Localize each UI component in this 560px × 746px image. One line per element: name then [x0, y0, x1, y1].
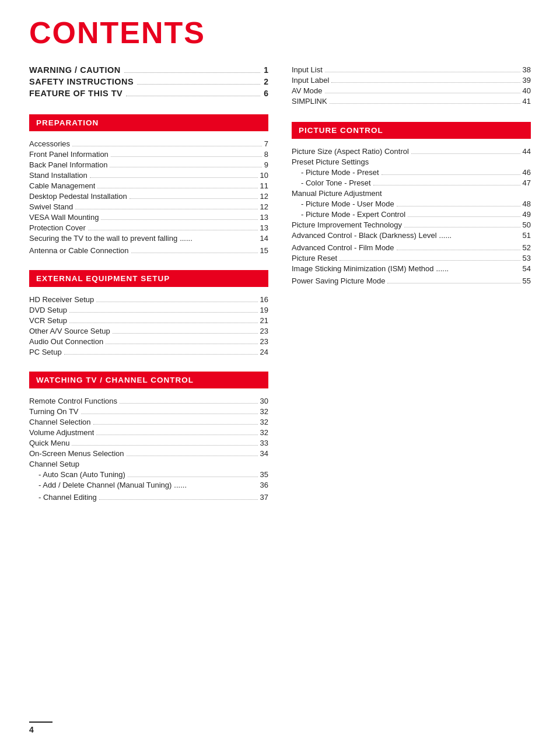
toc-item: Volume Adjustment32	[29, 428, 268, 437]
toc-item: Protection Cover13	[29, 223, 268, 232]
toc-dots	[72, 445, 257, 446]
toc-item: Back Panel Information9	[29, 160, 268, 169]
toc-dots	[88, 230, 258, 230]
toc-page: 32	[260, 407, 268, 416]
toc-label: Other A/V Source Setup	[29, 327, 110, 335]
toc-label: HD Receiver Setup	[29, 295, 94, 304]
toc-item: Advanced Control - Film Mode52	[292, 243, 531, 252]
toc-label: Accessories	[29, 139, 70, 148]
toc-item: Remote Control Functions30	[29, 397, 268, 405]
toc-page: 44	[523, 147, 531, 156]
toc-item: Manual Picture Adjustment	[292, 189, 531, 198]
toc-page: 7	[264, 139, 268, 148]
toc-dots	[325, 72, 520, 72]
toc-label: PC Setup	[29, 348, 62, 356]
section-header: PREPARATION	[29, 114, 268, 131]
toc-page: 53	[523, 254, 531, 262]
page-container: CONTENTS WARNING / CAUTION1SAFETY INSTRU…	[0, 0, 560, 552]
toc-dots	[99, 499, 258, 500]
toc-page: 33	[260, 439, 268, 447]
toc-dots	[72, 146, 262, 146]
intro-dots	[124, 72, 260, 73]
toc-item: Stand Installation10	[29, 171, 268, 180]
section-block: PREPARATIONAccessories7Front Panel Infor…	[29, 114, 268, 255]
section-header: WATCHING TV / CHANNEL CONTROL	[29, 372, 268, 388]
toc-dots	[110, 167, 261, 167]
toc-dots	[75, 209, 257, 209]
toc-label: Picture Improvement Technology	[292, 220, 402, 229]
toc-label: - Channel Editing	[29, 493, 97, 502]
toc-page: 35	[260, 470, 268, 479]
toc-item: Desktop Pedestal Installation12	[29, 192, 268, 201]
toc-label: VESA Wall Mounting	[29, 213, 99, 222]
toc-item: - Add / Delete Channel (Manual Tuning) .…	[29, 481, 268, 491]
toc-item: - Color Tone - Preset47	[292, 178, 531, 187]
toc-page: 19	[260, 306, 268, 314]
toc-item: Image Sticking Minimization (ISM) Method…	[292, 264, 531, 275]
toc-label: Volume Adjustment	[29, 428, 94, 437]
toc-label: Channel Selection	[29, 418, 91, 426]
toc-dots	[330, 103, 520, 104]
toc-label: Quick Menu	[29, 439, 69, 447]
toc-dots	[340, 260, 520, 261]
toc-label: Picture Reset	[292, 254, 337, 262]
toc-dots	[96, 435, 257, 435]
toc-dots	[325, 93, 520, 93]
toc-dots	[408, 216, 520, 217]
toc-label: Advanced Control - Black (Darkness) Leve…	[292, 231, 437, 240]
toc-dots	[111, 156, 262, 157]
toc-label: Audio Out Connection	[29, 337, 103, 346]
section-block: PICTURE CONTROLPicture Size (Aspect Rati…	[292, 122, 531, 285]
toc-label: Power Saving Picture Mode	[292, 276, 385, 285]
section-header: PICTURE CONTROL	[292, 122, 531, 139]
toc-page: 12	[260, 192, 268, 201]
toc-page: 13	[260, 223, 268, 232]
toc-item: Other A/V Source Setup23	[29, 327, 268, 335]
page-title: CONTENTS	[29, 17, 531, 48]
toc-label: Securing the TV to the wall to prevent f…	[29, 234, 177, 243]
toc-item: Securing the TV to the wall to prevent f…	[29, 234, 268, 244]
toc-page: 49	[523, 210, 531, 219]
toc-dots	[106, 344, 257, 344]
toc-page: 50	[523, 220, 531, 229]
toc-label: - Picture Mode - User Mode	[292, 199, 394, 208]
toc-item: Picture Improvement Technology50	[292, 220, 531, 229]
toc-page: 32	[260, 428, 268, 437]
toc-page: 11	[260, 181, 268, 190]
toc-page: 16	[260, 295, 268, 304]
section-header: EXTERNAL EQUIPMENT SETUP	[29, 270, 268, 287]
toc-dots	[81, 414, 258, 414]
toc-page: 47	[523, 178, 531, 187]
toc-item: Picture Size (Aspect Ratio) Control44	[292, 147, 531, 156]
toc-item: Turning On TV32	[29, 407, 268, 416]
toc-label: Cable Management	[29, 181, 95, 190]
toc-page: 36	[260, 481, 268, 489]
toc-item: Channel Setup	[29, 460, 268, 468]
toc-dots	[90, 177, 258, 178]
toc-spacer: ......	[180, 234, 257, 243]
bottom-line	[29, 722, 52, 723]
toc-label: Antenna or Cable Connection	[29, 246, 129, 255]
toc-page: 51	[523, 231, 531, 240]
toc-spacer: ......	[436, 264, 520, 273]
toc-dots	[373, 185, 520, 185]
toc-page: 23	[260, 327, 268, 335]
toc-dots	[69, 312, 257, 313]
toc-label: VCR Setup	[29, 316, 67, 325]
intro-label: WARNING / CAUTION	[29, 65, 121, 75]
toc-dots	[131, 253, 258, 253]
toc-dots	[128, 477, 258, 477]
toc-page: 48	[523, 199, 531, 208]
toc-item: - Channel Editing37	[29, 493, 268, 502]
toc-label: Input List	[292, 65, 323, 74]
intro-label: FEATURE OF THIS TV	[29, 89, 123, 98]
toc-label: Swivel Stand	[29, 202, 73, 211]
toc-label: Back Panel Information	[29, 160, 107, 169]
toc-label: Picture Size (Aspect Ratio) Control	[292, 147, 409, 156]
intro-page: 1	[264, 65, 268, 75]
intro-items: WARNING / CAUTION1SAFETY INSTRUCTIONS2FE…	[29, 65, 268, 98]
toc-item: - Picture Mode - Expert Control49	[292, 210, 531, 219]
toc-label: - Color Tone - Preset	[292, 178, 371, 187]
toc-dots	[411, 153, 520, 154]
toc-label: Advanced Control - Film Mode	[292, 243, 394, 252]
